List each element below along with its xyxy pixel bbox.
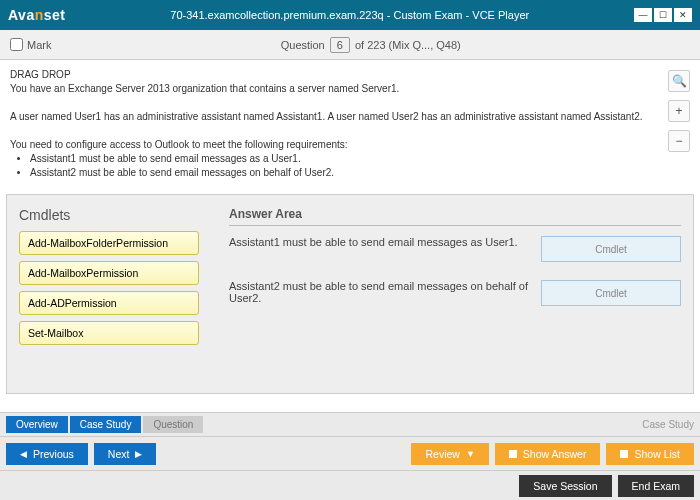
question-indicator: Question 6 of 223 (Mix Q..., Q48): [51, 37, 690, 53]
drop-target[interactable]: Cmdlet: [541, 236, 681, 262]
answer-row: Assistant2 must be able to send email me…: [229, 280, 681, 306]
minimize-icon[interactable]: —: [634, 8, 652, 22]
close-icon[interactable]: ✕: [674, 8, 692, 22]
button-row: ◀Previous Next▶ Review▼ Show Answer Show…: [0, 436, 700, 470]
button-row-2: Save Session End Exam: [0, 470, 700, 500]
tab-right-label: Case Study: [642, 419, 694, 430]
drag-drop-area: Cmdlets Add-MailboxFolderPermission Add-…: [6, 194, 694, 394]
answer-header: Answer Area: [229, 207, 681, 226]
chevron-down-icon: ▼: [466, 449, 475, 459]
chevron-left-icon: ◀: [20, 449, 27, 459]
drop-target[interactable]: Cmdlet: [541, 280, 681, 306]
mark-checkbox[interactable]: [10, 38, 23, 51]
cmdlet-item[interactable]: Add-MailboxFolderPermission: [19, 231, 199, 255]
question-text: DRAG DROP You have an Exchange Server 20…: [0, 60, 700, 188]
tab-casestudy[interactable]: Case Study: [70, 416, 142, 433]
cmdlet-item[interactable]: Add-ADPermission: [19, 291, 199, 315]
window-title: 70-341.examcollection.premium.exam.223q …: [65, 9, 634, 21]
answer-column: Answer Area Assistant1 must be able to s…: [229, 207, 681, 381]
window-controls: — ☐ ✕: [634, 8, 692, 22]
previous-button[interactable]: ◀Previous: [6, 443, 88, 465]
mark-label: Mark: [27, 39, 51, 51]
review-button[interactable]: Review▼: [411, 443, 488, 465]
search-icon[interactable]: 🔍: [668, 70, 690, 92]
answer-row: Assistant1 must be able to send email me…: [229, 236, 681, 262]
question-number: 6: [330, 37, 350, 53]
square-icon: [509, 450, 517, 458]
tab-question[interactable]: Question: [143, 416, 203, 433]
answer-text: Assistant1 must be able to send email me…: [229, 236, 529, 248]
side-tools: 🔍 + −: [668, 70, 690, 152]
cmdlets-header: Cmdlets: [19, 207, 199, 223]
show-list-button[interactable]: Show List: [606, 443, 694, 465]
answer-text: Assistant2 must be able to send email me…: [229, 280, 529, 304]
chevron-right-icon: ▶: [135, 449, 142, 459]
footer: Overview Case Study Question Case Study …: [0, 412, 700, 500]
tab-row: Overview Case Study Question Case Study: [0, 412, 700, 436]
next-button[interactable]: Next▶: [94, 443, 157, 465]
save-session-button[interactable]: Save Session: [519, 475, 611, 497]
logo: Avanset: [8, 7, 65, 23]
tab-overview[interactable]: Overview: [6, 416, 68, 433]
content-area: 🔍 + − DRAG DROP You have an Exchange Ser…: [0, 60, 700, 412]
square-icon: [620, 450, 628, 458]
zoom-in-icon[interactable]: +: [668, 100, 690, 122]
titlebar: Avanset 70-341.examcollection.premium.ex…: [0, 0, 700, 30]
maximize-icon[interactable]: ☐: [654, 8, 672, 22]
zoom-out-icon[interactable]: −: [668, 130, 690, 152]
end-exam-button[interactable]: End Exam: [618, 475, 694, 497]
cmdlets-column: Cmdlets Add-MailboxFolderPermission Add-…: [19, 207, 199, 381]
cmdlet-item[interactable]: Add-MailboxPermission: [19, 261, 199, 285]
show-answer-button[interactable]: Show Answer: [495, 443, 601, 465]
question-bar: Mark Question 6 of 223 (Mix Q..., Q48): [0, 30, 700, 60]
cmdlet-item[interactable]: Set-Mailbox: [19, 321, 199, 345]
